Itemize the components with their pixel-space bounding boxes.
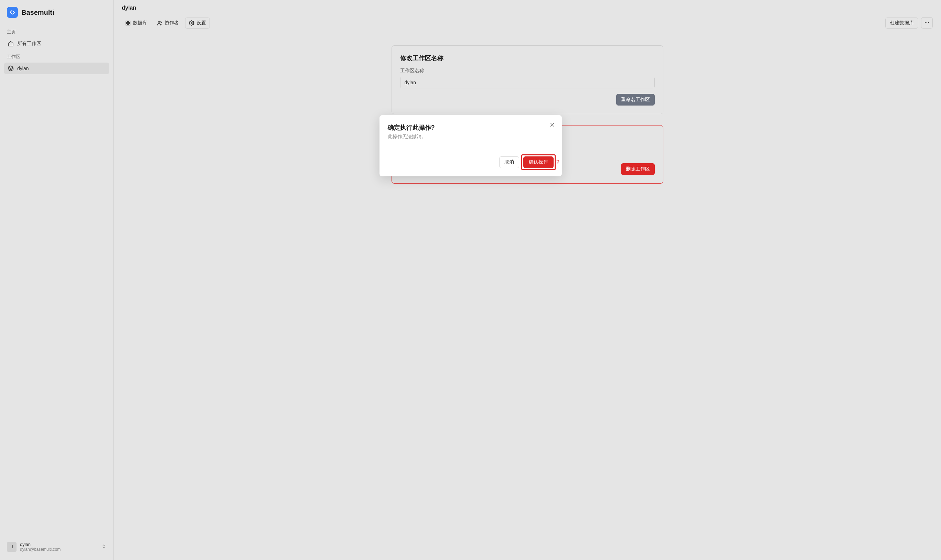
tab-databases[interactable]: 数据库 bbox=[122, 18, 151, 28]
tab-collaborators[interactable]: 协作者 bbox=[153, 18, 182, 28]
modal-title: 确定执行此操作? bbox=[388, 123, 554, 132]
gear-icon bbox=[189, 20, 194, 26]
create-database-button[interactable]: 创建数据库 bbox=[885, 17, 918, 29]
page-title: dylan bbox=[122, 5, 933, 11]
sidebar-item-label: dylan bbox=[17, 66, 29, 71]
svg-point-5 bbox=[158, 21, 160, 23]
cancel-button[interactable]: 取消 bbox=[499, 156, 519, 168]
avatar: d bbox=[7, 542, 17, 552]
sidebar-item-label: 所有工作区 bbox=[17, 40, 41, 47]
svg-marker-0 bbox=[8, 66, 14, 69]
users-icon bbox=[157, 20, 162, 26]
home-icon bbox=[8, 40, 14, 47]
user-email: dylan@basemulti.com bbox=[20, 547, 98, 552]
chevrons-up-down-icon bbox=[102, 543, 106, 551]
tab-label: 设置 bbox=[196, 20, 206, 26]
modal-description: 此操作无法撤消。 bbox=[388, 134, 554, 140]
grid-icon bbox=[125, 20, 131, 26]
svg-rect-4 bbox=[128, 23, 130, 25]
confirm-action-button[interactable]: 确认操作 bbox=[523, 156, 554, 168]
rename-workspace-button[interactable]: 重命名工作区 bbox=[616, 94, 655, 106]
confirm-modal: 确定执行此操作? 此操作无法撤消。 取消 确认操作 2 bbox=[379, 115, 562, 176]
sidebar-user-menu[interactable]: d dylan dylan@basemulti.com bbox=[4, 539, 109, 554]
svg-point-7 bbox=[191, 22, 192, 24]
sidebar-item-all-workspaces[interactable]: 所有工作区 bbox=[4, 38, 109, 49]
svg-rect-3 bbox=[126, 23, 128, 25]
sidebar-header[interactable]: Basemulti bbox=[4, 6, 109, 25]
delete-workspace-button[interactable]: 删除工作区 bbox=[621, 163, 655, 175]
tab-settings[interactable]: 设置 bbox=[185, 17, 210, 29]
user-info: dylan dylan@basemulti.com bbox=[20, 542, 98, 552]
tab-label: 数据库 bbox=[133, 20, 147, 26]
more-actions-button[interactable] bbox=[921, 17, 933, 29]
main: dylan 数据库 协作者 bbox=[114, 0, 941, 560]
modal-close-button[interactable] bbox=[549, 122, 556, 129]
svg-point-9 bbox=[927, 22, 927, 23]
sidebar: Basemulti 主页 所有工作区 工作区 dylan d dylan dyl… bbox=[0, 0, 114, 560]
annotation-number: 2 bbox=[556, 159, 560, 166]
sidebar-item-workspace-dylan[interactable]: dylan bbox=[4, 63, 109, 74]
rename-workspace-card: 修改工作区名称 工作区名称 重命名工作区 bbox=[392, 45, 663, 114]
svg-point-6 bbox=[160, 22, 161, 23]
sidebar-section-home: 主页 bbox=[4, 25, 109, 38]
field-label: 工作区名称 bbox=[400, 68, 655, 74]
workspace-name-input[interactable] bbox=[400, 77, 655, 88]
app-name: Basemulti bbox=[21, 9, 54, 17]
user-name: dylan bbox=[20, 542, 98, 547]
modal-actions: 取消 确认操作 2 bbox=[388, 156, 554, 168]
card-title: 修改工作区名称 bbox=[400, 54, 655, 62]
svg-rect-1 bbox=[126, 21, 128, 23]
close-icon bbox=[549, 122, 555, 128]
more-horizontal-icon bbox=[924, 20, 930, 25]
svg-rect-2 bbox=[128, 21, 130, 23]
sidebar-section-workspace: 工作区 bbox=[4, 49, 109, 63]
svg-point-10 bbox=[928, 22, 929, 23]
layers-icon bbox=[8, 65, 14, 71]
main-header: dylan bbox=[114, 0, 941, 14]
main-tabs: 数据库 协作者 设置 创建数据库 bbox=[114, 14, 941, 33]
tab-label: 协作者 bbox=[165, 20, 179, 26]
settings-content: 修改工作区名称 工作区名称 重命名工作区 删除工作区 bbox=[114, 33, 941, 560]
svg-point-8 bbox=[925, 22, 926, 23]
app-logo-icon bbox=[7, 7, 18, 18]
